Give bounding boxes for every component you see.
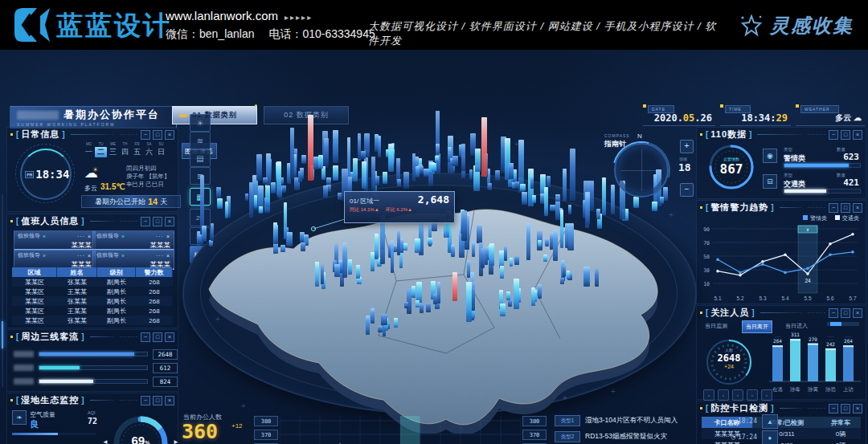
alert-time: ◔17:24	[731, 434, 757, 441]
wechat-id: ben_lanlan	[199, 27, 255, 40]
alert-time: ◔18:24	[731, 418, 757, 425]
alert-up-button[interactable]: ▲	[762, 414, 778, 429]
decor-plus: +	[514, 140, 519, 149]
decor-plus: +	[241, 401, 246, 410]
screenshot-stage: 蓝蓝设计 www.lanlanwork.com▸▸▸▸▸ 微信：ben_lanl…	[0, 0, 868, 444]
alert-badge: 类型2	[555, 431, 580, 442]
services-text: 大数据可视化设计 / 软件界面设计 / 网站建设 / 手机及小程序设计 / 软件…	[368, 19, 722, 48]
map-tooltip: 01/ 区域一2,648 同比 14.1%▲ 环比 6.2%▲	[344, 191, 455, 223]
decor-plus: +	[611, 387, 616, 396]
contact-line: 微信：ben_lanlan 电话：010-63334945	[166, 27, 375, 42]
phone-number: 010-63334945	[302, 27, 375, 40]
collect-brand: 灵感收集	[739, 13, 854, 39]
clock-icon: ◔	[731, 434, 735, 441]
decor-plus: +	[215, 315, 220, 324]
decor-plus: +	[563, 393, 567, 402]
alert-badge: 类型1	[555, 415, 580, 426]
alert-list: 类型1湿地3-104片区有不明人员闯入◔18:24类型2RD13-53烟感报警疑…	[0, 50, 868, 444]
promo-banner: 蓝蓝设计 www.lanlanwork.com▸▸▸▸▸ 微信：ben_lanl…	[0, 0, 868, 50]
alert-text: 湿地3-104片区有不明人员闯入	[585, 416, 727, 426]
decor-plus: +	[201, 146, 206, 155]
alert-pause-button[interactable]: ●	[762, 430, 778, 444]
lanlan-logo-icon	[13, 6, 51, 43]
alert-row[interactable]: 类型1湿地3-104片区有不明人员闯入◔18:24	[555, 414, 757, 427]
star-icon	[739, 14, 764, 38]
arrows-decor: ▸▸▸▸▸	[285, 13, 313, 22]
clock-icon: ◔	[731, 418, 735, 425]
logo-text: 蓝蓝设计	[56, 8, 172, 44]
collect-text: 灵感收集	[770, 13, 854, 39]
alert-text: RD13-53烟感报警疑似火灾	[585, 432, 727, 442]
alert-row[interactable]: 类型2RD13-53烟感报警疑似火灾◔17:24	[555, 430, 757, 443]
dashboard: 暑期办公协作平台 SUMMER WORKING PLATFORM 01 数据类别…	[0, 50, 868, 444]
website-link[interactable]: www.lanlanwork.com▸▸▸▸▸	[166, 9, 313, 22]
decor-plus: +	[669, 210, 674, 219]
